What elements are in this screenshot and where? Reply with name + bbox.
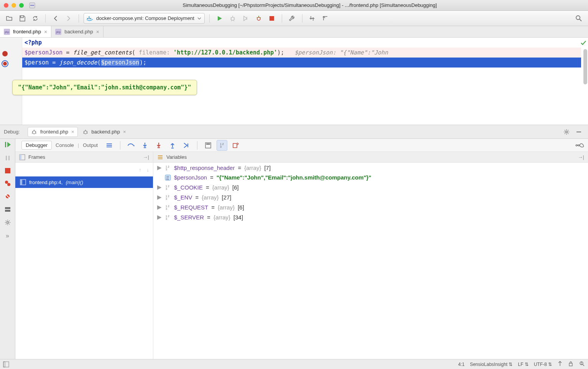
- infinite-icon[interactable]: [574, 140, 585, 151]
- close-icon[interactable]: ×: [44, 29, 47, 35]
- line-separator[interactable]: LF ⇅: [518, 362, 528, 367]
- svg-rect-29: [171, 148, 174, 148]
- vcs-update-icon[interactable]: [307, 13, 318, 24]
- variable-type: {array}: [244, 165, 261, 171]
- debug-icon[interactable]: [227, 13, 238, 24]
- variable-count: [27]: [222, 194, 232, 201]
- close-icon[interactable]: [4, 3, 8, 8]
- svg-point-21: [5, 181, 8, 184]
- more-icon[interactable]: »: [6, 232, 9, 239]
- stop-icon[interactable]: [5, 168, 10, 173]
- hide-frames-icon[interactable]: →|: [143, 154, 149, 160]
- svg-text:3: 3: [166, 217, 167, 220]
- watches-icon[interactable]: 1 23: [217, 140, 227, 151]
- lock-icon[interactable]: [568, 361, 573, 367]
- svg-text:1 2: 1 2: [220, 143, 224, 145]
- step-out-icon[interactable]: [167, 140, 178, 151]
- show-execution-point-icon[interactable]: [104, 140, 115, 151]
- layout-icon[interactable]: [5, 206, 11, 213]
- force-step-into-icon[interactable]: [153, 140, 164, 151]
- stop-icon[interactable]: [266, 13, 277, 24]
- svg-rect-27: [144, 147, 146, 148]
- variable-row[interactable]: 1001$personJson = "{"Name":"John","Email…: [153, 173, 588, 182]
- svg-text:3: 3: [166, 198, 167, 200]
- expand-icon[interactable]: ▶: [157, 184, 162, 191]
- frame-up-icon[interactable]: ↑: [139, 167, 141, 173]
- evaluate-icon[interactable]: [203, 140, 214, 151]
- variable-row[interactable]: ▶1 23$_COOKIE = {array} [6]: [153, 182, 588, 192]
- close-icon[interactable]: ×: [71, 129, 74, 135]
- hide-vars-icon[interactable]: →|: [578, 154, 584, 160]
- close-icon[interactable]: ×: [96, 29, 99, 35]
- svg-rect-34: [233, 143, 237, 148]
- editor-tab-label: frontend.php: [13, 29, 41, 35]
- listen-debug-icon[interactable]: [253, 13, 264, 24]
- frame-row[interactable]: frontend.php:4, {main}(): [15, 176, 153, 188]
- step-over-icon[interactable]: [126, 140, 136, 151]
- encoding[interactable]: UTF-8 ⇅: [534, 362, 552, 367]
- breakpoint-icon[interactable]: [2, 51, 8, 56]
- svg-text:1 2: 1 2: [166, 215, 169, 217]
- bug-icon: [31, 129, 37, 135]
- sync-icon[interactable]: [30, 13, 41, 24]
- step-into-icon[interactable]: [140, 140, 150, 151]
- variable-row[interactable]: ▶1 23$_ENV = {array} [27]: [153, 192, 588, 202]
- resume-icon[interactable]: [4, 141, 11, 148]
- debug-session-tab-frontend[interactable]: frontend.php ×: [28, 127, 78, 137]
- zoom-icon[interactable]: [19, 3, 24, 8]
- svg-text:3: 3: [166, 168, 167, 171]
- forward-icon[interactable]: [63, 13, 74, 24]
- svg-rect-25: [5, 210, 10, 212]
- variable-row[interactable]: ▶1 23$http_response_header = {array} [7]: [153, 163, 588, 173]
- code-text: <?php: [25, 39, 42, 46]
- close-icon[interactable]: ×: [123, 129, 126, 135]
- wrench-icon[interactable]: [287, 13, 297, 24]
- status-bar: 4:1 SensioLabsInsight ⇅ LF ⇅ UTF-8 ⇅: [0, 359, 588, 369]
- editor-tab-frontend[interactable]: php frontend.php ×: [0, 26, 51, 37]
- console-subtab[interactable]: Console: [56, 142, 74, 148]
- code-area[interactable]: <?php $personJson = file_get_contents( f…: [22, 38, 581, 68]
- open-icon[interactable]: [4, 13, 15, 24]
- gear-icon[interactable]: [561, 127, 572, 137]
- debug-session-tab-backend[interactable]: backend.php ×: [79, 127, 129, 137]
- expand-icon[interactable]: ▶: [157, 164, 162, 171]
- mute-breakpoints-icon[interactable]: [5, 193, 11, 199]
- vcs-commit-icon[interactable]: [320, 13, 331, 24]
- variable-row[interactable]: ▶1 23$_REQUEST = {array} [6]: [153, 202, 588, 212]
- code-editor[interactable]: <?php $personJson = file_get_contents( f…: [0, 38, 588, 125]
- coverage-icon[interactable]: [240, 13, 251, 24]
- main-toolbar: docker-compose.yml: Compose Deployment: [0, 11, 588, 26]
- inspector-icon[interactable]: [579, 361, 585, 368]
- run-configuration-select[interactable]: docker-compose.yml: Compose Deployment: [84, 13, 205, 24]
- cursor-position[interactable]: 4:1: [458, 362, 465, 367]
- expand-icon[interactable]: ▶: [157, 194, 162, 201]
- breakpoint-active-icon[interactable]: [2, 61, 8, 66]
- save-all-icon[interactable]: [17, 13, 28, 24]
- output-subtab[interactable]: Output: [83, 142, 98, 148]
- expand-icon[interactable]: ▶: [157, 204, 162, 211]
- variable-name: $_ENV: [174, 194, 192, 201]
- frames-pane: Frames →| ↑ ↓ frontend.php:4, {main}(): [15, 152, 153, 359]
- debugger-subtab[interactable]: Debugger: [21, 141, 52, 150]
- inspection-widget[interactable]: SensioLabsInsight ⇅: [470, 362, 512, 367]
- settings-icon[interactable]: [5, 219, 11, 226]
- run-to-cursor-icon[interactable]: [181, 140, 192, 151]
- frame-down-icon[interactable]: ↓: [147, 167, 149, 173]
- var-type-icon: 1 23: [165, 194, 171, 200]
- view-breakpoints-icon[interactable]: [5, 180, 11, 186]
- expand-icon[interactable]: ▶: [157, 214, 162, 221]
- detach-frame-icon[interactable]: [230, 140, 241, 151]
- editor-tab-backend[interactable]: php backend.php ×: [51, 26, 103, 37]
- variable-row[interactable]: ▶1 23$_SERVER = {array} [34]: [153, 212, 588, 222]
- scrollbar-thumb[interactable]: [583, 49, 587, 84]
- pause-icon[interactable]: [5, 155, 11, 161]
- svg-rect-2: [87, 18, 88, 19]
- svg-point-22: [7, 183, 10, 186]
- search-icon[interactable]: [573, 13, 584, 24]
- back-icon[interactable]: [50, 13, 61, 24]
- toolwindows-icon[interactable]: [3, 361, 9, 367]
- git-widget[interactable]: [557, 361, 563, 367]
- run-icon[interactable]: [214, 13, 225, 24]
- minimize-panel-icon[interactable]: [573, 127, 584, 137]
- minimize-icon[interactable]: [11, 3, 16, 8]
